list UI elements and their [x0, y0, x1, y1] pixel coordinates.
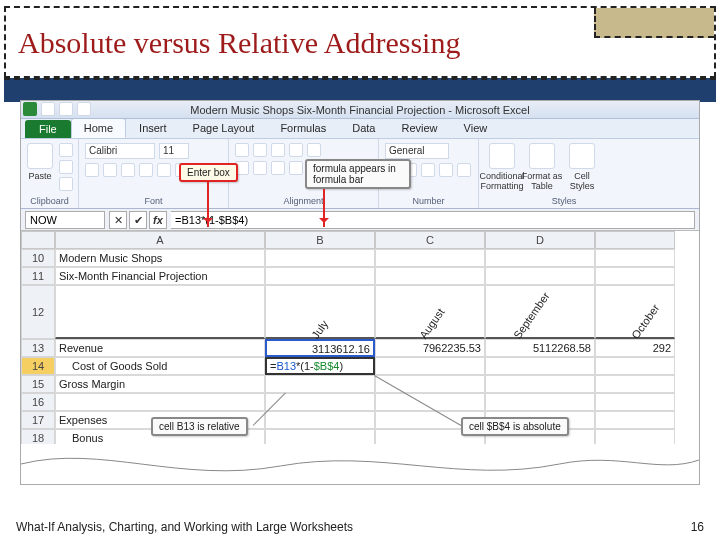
orientation-icon[interactable] — [289, 143, 303, 157]
undo-icon[interactable] — [59, 102, 73, 116]
align-right-icon[interactable] — [271, 161, 285, 175]
row-header[interactable]: 15 — [21, 375, 55, 393]
row-header[interactable]: 10 — [21, 249, 55, 267]
row-header[interactable]: 16 — [21, 393, 55, 411]
save-icon[interactable] — [41, 102, 55, 116]
cell[interactable] — [265, 375, 375, 393]
title-band — [4, 78, 716, 102]
cell[interactable]: 5112268.58 — [485, 339, 595, 357]
group-styles: Conditional Formatting Format as Table C… — [479, 139, 649, 208]
cell[interactable] — [265, 411, 375, 429]
font-family-select[interactable]: Calibri — [85, 143, 155, 159]
cell[interactable] — [595, 393, 675, 411]
select-all[interactable] — [21, 231, 55, 249]
cell-styles-label: Cell Styles — [564, 171, 600, 191]
column-headers: A B C D — [21, 231, 699, 249]
formula-bar-input[interactable]: =B13*(1-$B$4) — [171, 211, 695, 229]
cell-styles-button[interactable]: Cell Styles — [565, 143, 599, 191]
tab-data[interactable]: Data — [339, 118, 388, 138]
row-header[interactable]: 13 — [21, 339, 55, 357]
col-header-a[interactable]: A — [55, 231, 265, 249]
cell[interactable] — [595, 357, 675, 375]
tab-view[interactable]: View — [451, 118, 501, 138]
align-top-icon[interactable] — [235, 143, 249, 157]
cell[interactable] — [265, 267, 375, 285]
cell[interactable] — [485, 375, 595, 393]
row-header[interactable]: 12 — [21, 285, 55, 339]
cell[interactable] — [595, 249, 675, 267]
font-size-select[interactable]: 11 — [159, 143, 189, 159]
cell[interactable] — [485, 357, 595, 375]
dec-dec-icon[interactable] — [457, 163, 471, 177]
cell[interactable]: Six-Month Financial Projection — [55, 267, 265, 285]
tab-formulas[interactable]: Formulas — [267, 118, 339, 138]
tab-home[interactable]: Home — [71, 118, 126, 138]
cell[interactable] — [595, 267, 675, 285]
arrow-to-formula — [323, 189, 325, 227]
cell[interactable] — [485, 267, 595, 285]
tab-page-layout[interactable]: Page Layout — [180, 118, 268, 138]
cell[interactable]: Cost of Goods Sold — [55, 357, 265, 375]
cell[interactable]: Gross Margin — [55, 375, 265, 393]
cell[interactable] — [595, 411, 675, 429]
cell[interactable] — [55, 393, 265, 411]
fill-color-icon[interactable] — [157, 163, 171, 177]
callout-absolute: cell $B$4 is absolute — [461, 417, 569, 436]
cell[interactable] — [375, 249, 485, 267]
bold-icon[interactable] — [85, 163, 99, 177]
cell-b13[interactable]: 3113612.16 — [265, 339, 375, 357]
decrease-indent-icon[interactable] — [289, 161, 303, 175]
slide-title: Absolute versus Relative Addressing — [18, 26, 460, 60]
redo-icon[interactable] — [77, 102, 91, 116]
cell[interactable] — [485, 393, 595, 411]
callout-enter-box: Enter box — [179, 163, 238, 182]
copy-icon[interactable] — [59, 160, 73, 174]
dec-inc-icon[interactable] — [439, 163, 453, 177]
tab-review[interactable]: Review — [388, 118, 450, 138]
row-11: 11 Six-Month Financial Projection — [21, 267, 699, 285]
paste-button[interactable]: Paste — [27, 143, 53, 181]
cut-icon[interactable] — [59, 143, 73, 157]
name-box[interactable]: NOW — [25, 211, 105, 229]
fx-button[interactable]: fx — [149, 211, 167, 229]
row-header[interactable]: 11 — [21, 267, 55, 285]
cell[interactable]: 292 — [595, 339, 675, 357]
row-14: 14 Cost of Goods Sold =B13*(1-$B$4) — [21, 357, 699, 375]
wrap-text-icon[interactable] — [307, 143, 321, 157]
col-header-d[interactable]: D — [485, 231, 595, 249]
cell-b14-active[interactable]: =B13*(1-$B$4) — [265, 357, 375, 375]
col-header-b[interactable]: B — [265, 231, 375, 249]
comma-icon[interactable] — [421, 163, 435, 177]
border-icon[interactable] — [139, 163, 153, 177]
cell[interactable] — [375, 267, 485, 285]
cell[interactable]: 7962235.53 — [375, 339, 485, 357]
cancel-button[interactable]: ✕ — [109, 211, 127, 229]
cell[interactable] — [375, 357, 485, 375]
format-as-table-button[interactable]: Format as Table — [525, 143, 559, 191]
row-header[interactable]: 14 — [21, 357, 55, 375]
align-center-icon[interactable] — [253, 161, 267, 175]
conditional-formatting-button[interactable]: Conditional Formatting — [485, 143, 519, 191]
format-painter-icon[interactable] — [59, 177, 73, 191]
col-header-e[interactable] — [595, 231, 675, 249]
fml-mid: *(1- — [296, 360, 314, 372]
enter-button[interactable]: ✔ — [129, 211, 147, 229]
cell[interactable] — [55, 285, 265, 339]
row-header[interactable]: 17 — [21, 411, 55, 429]
row-13: 13 Revenue 3113612.16 7962235.53 5112268… — [21, 339, 699, 357]
tab-insert[interactable]: Insert — [126, 118, 180, 138]
cell[interactable] — [485, 249, 595, 267]
conditional-formatting-icon — [489, 143, 515, 169]
number-format-select[interactable]: General — [385, 143, 449, 159]
col-header-c[interactable]: C — [375, 231, 485, 249]
cell[interactable] — [595, 375, 675, 393]
worksheet-grid: A B C D 10 Modern Music Shops 11 Six-Mon… — [21, 231, 699, 447]
italic-icon[interactable] — [103, 163, 117, 177]
cell[interactable] — [265, 249, 375, 267]
cell[interactable]: Modern Music Shops — [55, 249, 265, 267]
underline-icon[interactable] — [121, 163, 135, 177]
align-middle-icon[interactable] — [253, 143, 267, 157]
tab-file[interactable]: File — [25, 120, 71, 138]
cell[interactable]: Revenue — [55, 339, 265, 357]
align-bottom-icon[interactable] — [271, 143, 285, 157]
